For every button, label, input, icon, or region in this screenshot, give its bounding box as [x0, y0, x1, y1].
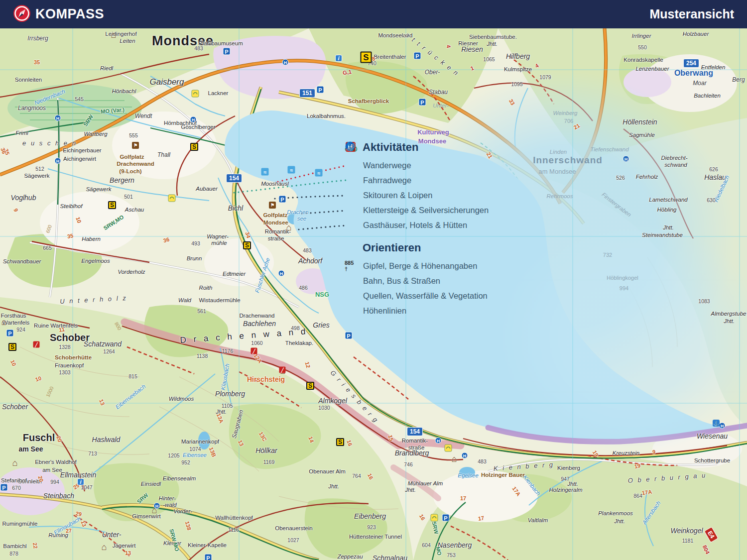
- map-labels-layer: Mondsee483PfahlbaumuseumMondseelandRiesn…: [0, 28, 747, 560]
- brand: KOMPASS: [13, 4, 104, 24]
- map-label: Hörnbachhof: [164, 120, 197, 126]
- map-label: 21: [486, 151, 494, 160]
- map-label: Unter-: [433, 103, 449, 109]
- map-label: 4: [534, 62, 539, 69]
- map-label: 17: [460, 495, 466, 501]
- info-icon: i: [77, 478, 84, 485]
- map-label: Wiesenau: [697, 432, 728, 440]
- map-label: Saugraben: [231, 409, 245, 439]
- map-label: Mooshäusl: [261, 181, 289, 187]
- sight-icon: S: [306, 382, 314, 390]
- map-label: Kienbach: [522, 474, 542, 496]
- map-label: Obenauerstein: [275, 525, 312, 531]
- viewpoint-icon: ◠: [445, 445, 452, 452]
- map-label: Haslwald: [92, 436, 121, 444]
- map-label: Oberwang: [674, 69, 713, 78]
- hut-icon: ⌂: [286, 223, 292, 233]
- map-label: Höribachl: [112, 88, 136, 94]
- map-label: Riedl: [100, 65, 113, 71]
- brand-name: KOMPASS: [35, 6, 104, 22]
- road-shield: 254: [683, 59, 699, 68]
- map-label: Ruming: [48, 532, 68, 538]
- map-label: Theklakap.: [285, 340, 313, 346]
- page: KOMPASS Musteransicht: [0, 0, 747, 560]
- map-label: 1065: [483, 56, 495, 62]
- map-label: Jhtt.: [216, 409, 227, 415]
- parking-icon: P: [6, 330, 14, 337]
- map-label: Edtmeier: [223, 271, 246, 277]
- bus-stop-icon: H: [282, 59, 289, 66]
- map-label: Engelmoos: [81, 258, 110, 264]
- map-label: 753: [447, 552, 456, 558]
- hut-icon: ⌂: [452, 454, 457, 464]
- map-label: 512: [35, 166, 44, 172]
- header-bar: KOMPASS Musteransicht: [0, 0, 747, 28]
- map-label: 483: [303, 247, 312, 253]
- map-label: Schwandbauer: [3, 258, 41, 264]
- map-label: Altersbach: [641, 500, 662, 525]
- map-label: Holzinger Bauer: [481, 472, 525, 478]
- map-label: 746: [404, 461, 413, 467]
- bus-stop-icon: H: [278, 270, 285, 277]
- sight-icon: S: [8, 343, 16, 351]
- via-ferrata-marker-icon: ╱: [279, 367, 286, 373]
- map-label: Gaisberg: [150, 77, 184, 87]
- map-label: Ruine Wartenfels: [34, 323, 78, 329]
- map-label: SRW MO: [168, 528, 180, 552]
- map-label: 878: [9, 551, 18, 557]
- map-label: 17: [478, 515, 485, 522]
- map-label: 17A: [641, 489, 652, 496]
- map-label: Nasenberg: [438, 541, 472, 549]
- map-label: Wald: [178, 297, 191, 303]
- map-label: 924: [16, 327, 25, 333]
- parking-icon: P: [223, 48, 231, 55]
- map-label: Wagner-: [207, 233, 229, 239]
- map-label: 13: [125, 550, 131, 556]
- viewpoint-icon: ◠: [192, 90, 199, 98]
- map-label: 35: [67, 232, 74, 239]
- map-label: 29: [75, 510, 82, 517]
- map-label: Kienberg: [557, 465, 580, 471]
- map-label: 9: [12, 208, 19, 213]
- map-label: Hilfberg: [506, 52, 530, 60]
- map-label: O b e r b u r g a u: [627, 471, 707, 484]
- map-label: Niedernbach: [34, 88, 66, 106]
- map-label: Bichl: [228, 204, 243, 212]
- map-label: 12: [304, 361, 312, 369]
- map-label: a t t r ü c k e n: [404, 31, 461, 78]
- map-label: Ebner's Waldhof: [35, 459, 77, 465]
- map-label: Jhtt.: [614, 518, 625, 524]
- map-label: Steinwandstube: [642, 232, 683, 238]
- map-label: (9-Loch): [119, 168, 141, 174]
- map-label: Friml: [15, 130, 28, 136]
- map-label: SRW,MO: [103, 214, 125, 231]
- map-label: 13: [237, 439, 245, 447]
- map-label: 1060: [251, 340, 262, 346]
- map-label: Eibenberg: [354, 512, 386, 520]
- road-shield: E4: [704, 527, 719, 543]
- map-label: Höllkar: [255, 447, 277, 454]
- map-label: SRW: [431, 521, 439, 534]
- map-label: straße: [268, 235, 284, 241]
- map-label: Innerschwand: [533, 155, 603, 166]
- map-label: 1205: [168, 452, 179, 458]
- map-label: Entfelden: [701, 64, 726, 70]
- bus-stop-icon: H: [55, 158, 61, 164]
- parking-icon: P: [0, 484, 8, 491]
- map-label: Almkogel: [318, 397, 347, 405]
- map-label: 713: [88, 450, 97, 456]
- map-label: am See: [42, 467, 62, 473]
- map-label: Riedelbach: [713, 174, 730, 203]
- map-label: Jhtt.: [328, 483, 339, 489]
- map-viewport: Mondsee483PfahlbaumuseumMondseelandRiesn…: [0, 28, 747, 560]
- map-label: Almbergstube: [711, 311, 747, 317]
- road-shield: 154: [407, 427, 423, 436]
- map-label: Mondsee: [152, 33, 214, 49]
- map-label: 13C: [258, 431, 268, 442]
- map-label: 19: [592, 449, 600, 458]
- map-label: Höblingkogel: [607, 275, 638, 281]
- map-label: Linden: [550, 149, 567, 155]
- bus-stop-icon: H: [462, 452, 468, 459]
- map-label: Gimsenwirt: [132, 513, 161, 519]
- map-label: MO: [435, 546, 442, 556]
